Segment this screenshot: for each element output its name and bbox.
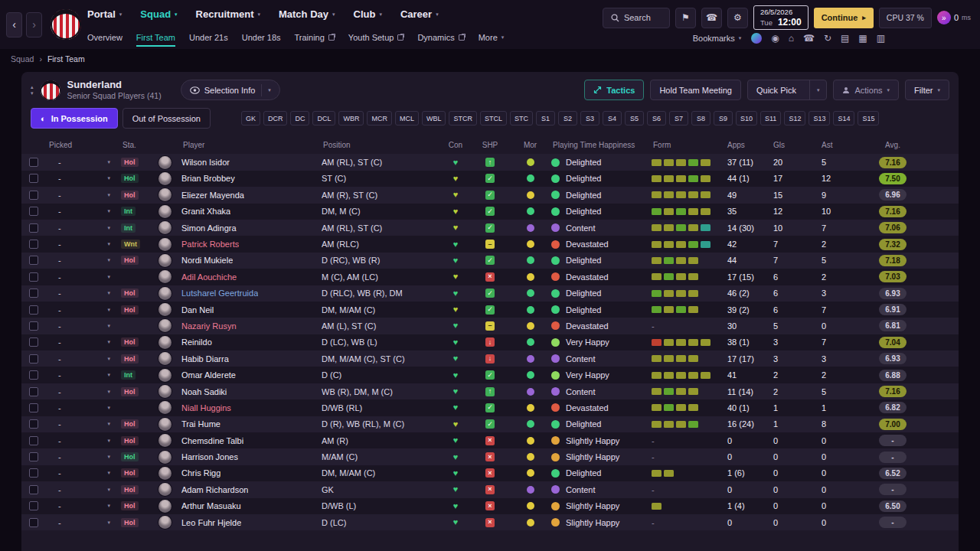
- position-filter-s10[interactable]: S10: [736, 111, 757, 126]
- forward-button[interactable]: ›: [26, 12, 42, 37]
- column-header-picked[interactable]: Picked: [47, 141, 121, 149]
- player-avatar[interactable]: [158, 287, 172, 300]
- row-checkbox[interactable]: [29, 289, 38, 298]
- player-avatar[interactable]: [158, 156, 172, 169]
- continue-button[interactable]: Continue ▸: [814, 8, 874, 28]
- search-box[interactable]: Search: [603, 8, 670, 28]
- position-filter-s5[interactable]: S5: [625, 111, 644, 126]
- table-row[interactable]: -▾HolChemsdine TalbiAM (R)♥×Slightly Hap…: [21, 432, 959, 448]
- position-filter-wbl[interactable]: WBL: [422, 111, 446, 126]
- column-header-gls[interactable]: Gls: [772, 141, 820, 149]
- player-avatar[interactable]: [158, 385, 172, 398]
- picked-dropdown[interactable]: -▾: [47, 223, 121, 233]
- player-avatar[interactable]: [158, 467, 172, 480]
- position-filter-s3[interactable]: S3: [580, 111, 599, 126]
- picked-dropdown[interactable]: -▾: [47, 501, 121, 510]
- row-checkbox[interactable]: [29, 436, 38, 445]
- in-possession-tab[interactable]: ◐ In Possession: [31, 108, 118, 129]
- manager-profile-badge[interactable]: [751, 33, 762, 44]
- row-checkbox[interactable]: [29, 370, 38, 380]
- picked-dropdown[interactable]: -▾: [47, 321, 121, 331]
- player-name[interactable]: Chemsdine Talbi: [181, 436, 243, 445]
- medal-icon[interactable]: ◉: [771, 33, 779, 44]
- row-checkbox[interactable]: [29, 468, 38, 478]
- player-avatar[interactable]: [158, 352, 172, 365]
- player-avatar[interactable]: [158, 369, 172, 382]
- nav-item-recruitment[interactable]: Recruitment▾: [196, 8, 260, 20]
- picked-dropdown[interactable]: -▾: [47, 158, 121, 167]
- row-checkbox[interactable]: [29, 419, 38, 429]
- player-avatar[interactable]: [158, 238, 172, 251]
- out-of-possession-tab[interactable]: Out of Possession: [122, 108, 211, 129]
- position-filter-s1[interactable]: S1: [536, 111, 555, 126]
- picked-dropdown[interactable]: -▾: [47, 436, 121, 445]
- player-avatar[interactable]: [158, 483, 172, 496]
- settings-gear-icon[interactable]: ⚙: [727, 8, 748, 28]
- refresh-icon[interactable]: ↻: [824, 33, 831, 44]
- position-filter-dcr[interactable]: DCR: [263, 111, 288, 126]
- column-header-sta[interactable]: Sta.: [121, 141, 158, 149]
- picked-dropdown[interactable]: -▾: [47, 419, 121, 429]
- filter-dropdown[interactable]: Filter ▾: [905, 80, 949, 100]
- player-name[interactable]: Adam Richardson: [181, 485, 248, 494]
- table-row[interactable]: -▾HolArthur MasuakuD/WB (L)♥×Slightly Ha…: [21, 498, 959, 514]
- player-avatar[interactable]: [158, 172, 172, 185]
- quick-pick-dropdown[interactable]: ▾: [809, 80, 827, 99]
- player-name[interactable]: Wilson Isidor: [181, 158, 230, 167]
- column-header-con[interactable]: Con: [440, 141, 471, 149]
- table-row[interactable]: -▾Nazariy RusynAM (L), ST (C)♥–Devastate…: [21, 318, 959, 334]
- column-header-mor[interactable]: Mor: [509, 141, 551, 149]
- player-name[interactable]: Habib Diarra: [181, 354, 229, 364]
- row-checkbox[interactable]: [29, 354, 38, 364]
- player-name[interactable]: Dan Neil: [181, 305, 214, 315]
- table-row[interactable]: -▾HolBrian BrobbeyST (C)♥✓Delighted44 (1…: [21, 171, 959, 187]
- row-checkbox[interactable]: [29, 223, 38, 233]
- table-row[interactable]: -▾HolLeo Fuhr HjeldeD (LC)♥×Slightly Hap…: [21, 514, 959, 530]
- nav-item-club[interactable]: Club▾: [354, 8, 382, 20]
- table-row[interactable]: -▾Niall HugginsD/WB (RL)♥✓Devastated40 (…: [21, 399, 959, 416]
- position-filter-s14[interactable]: S14: [833, 111, 854, 126]
- table-row[interactable]: -▾HolHabib DiarraDM, M/AM (C), ST (C)♥↓C…: [21, 350, 959, 367]
- player-name[interactable]: Adil Aouchiche: [181, 272, 237, 282]
- picked-dropdown[interactable]: -▾: [47, 452, 121, 461]
- back-button[interactable]: ‹: [6, 12, 22, 37]
- date-widget[interactable]: 26/5/2026 Tue12:00: [753, 5, 808, 30]
- player-avatar[interactable]: [158, 451, 172, 464]
- position-filter-s2[interactable]: S2: [558, 111, 577, 126]
- player-name[interactable]: Brian Brobbey: [181, 174, 235, 183]
- row-checkbox[interactable]: [29, 305, 38, 315]
- column-header-player[interactable]: Player: [181, 141, 322, 149]
- position-filter-stcl[interactable]: STCL: [480, 111, 507, 126]
- picked-dropdown[interactable]: -▾: [47, 289, 121, 298]
- player-avatar[interactable]: [158, 516, 172, 529]
- bookmarks-dropdown[interactable]: Bookmarks ▾: [693, 34, 742, 43]
- position-filter-s12[interactable]: S12: [784, 111, 805, 126]
- table-row[interactable]: -▾HolWilson IsidorAM (RL), ST (C)♥↑Delig…: [21, 154, 959, 170]
- position-filter-s11[interactable]: S11: [760, 111, 781, 126]
- position-filter-s6[interactable]: S6: [647, 111, 666, 126]
- picked-dropdown[interactable]: -▾: [47, 354, 121, 364]
- player-name[interactable]: Granit Xhaka: [181, 207, 230, 216]
- player-name[interactable]: Reinildo: [181, 337, 212, 347]
- table-row[interactable]: -▾HolEliezer MayendaAM (R), ST (C)♥✓Deli…: [21, 187, 959, 203]
- table-row[interactable]: -▾HolAdam RichardsonGK♥×Content-000-: [21, 481, 959, 497]
- position-filter-s8[interactable]: S8: [691, 111, 710, 126]
- row-checkbox[interactable]: [29, 158, 38, 167]
- table-row[interactable]: -▾IntOmar AldereteD (C)♥✓Very Happy41226…: [21, 367, 959, 383]
- picked-dropdown[interactable]: -▾: [47, 403, 121, 412]
- player-avatar[interactable]: [158, 319, 172, 332]
- subnav-item-overview[interactable]: Overview: [87, 28, 122, 47]
- device-icon[interactable]: ☎: [701, 8, 722, 28]
- position-filter-s4[interactable]: S4: [603, 111, 622, 126]
- subnav-item-first-team[interactable]: First Team: [136, 28, 175, 47]
- player-avatar[interactable]: [158, 270, 172, 283]
- table-row[interactable]: -▾Adil AouchicheM (C), AM (LC)♥×Devastat…: [21, 269, 959, 285]
- row-checkbox[interactable]: [29, 501, 38, 510]
- player-name[interactable]: Noah Sadiki: [181, 387, 227, 396]
- breadcrumb-squad[interactable]: Squad: [11, 54, 34, 64]
- tactics-button[interactable]: Tactics: [584, 80, 644, 100]
- position-filter-gk[interactable]: GK: [241, 111, 260, 126]
- picked-dropdown[interactable]: -▾: [47, 191, 121, 200]
- nav-item-squad[interactable]: Squad▾: [140, 8, 177, 20]
- picked-dropdown[interactable]: -▾: [47, 207, 121, 216]
